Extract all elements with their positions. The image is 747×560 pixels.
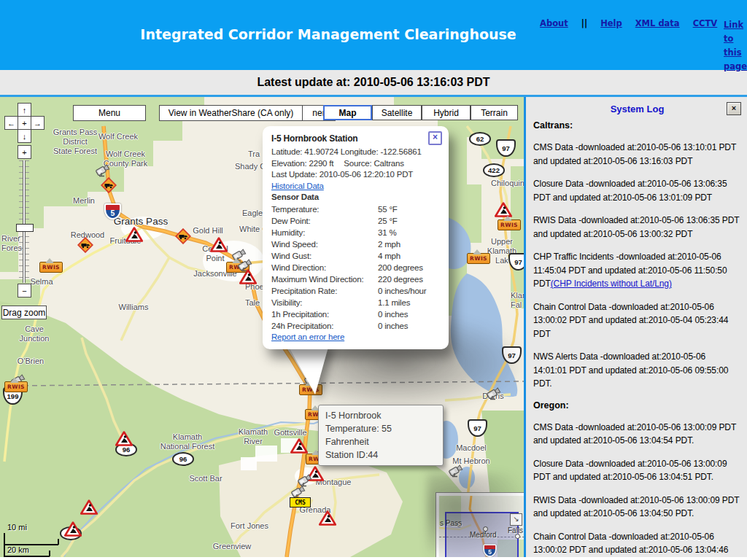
popup-tail	[277, 342, 336, 400]
popup-latlon: Latitude: 41.90724 Longitude: -122.56861	[271, 147, 449, 158]
app-header: Integrated Corridor Management Clearingh…	[0, 0, 747, 70]
log-entry: RWIS Data -downloaded at:2010-05-06 13:0…	[533, 214, 741, 241]
log-entry: CHP Traffic Incidents -downloaded at:201…	[533, 250, 741, 291]
rwis-station-marker[interactable]: RWIS	[4, 381, 28, 392]
incident-marker[interactable]	[80, 499, 98, 518]
map-type-map[interactable]: Map	[323, 105, 372, 120]
log-entry: Closure Data -downloaded at:2010-05-06 1…	[533, 457, 741, 484]
incident-marker[interactable]	[319, 510, 336, 529]
zoom-in-button[interactable]: +	[18, 145, 31, 159]
minimap-label: Falls	[508, 526, 523, 534]
sensor-row: Wind Direction:200 degrees	[271, 262, 449, 273]
rwis-station-marker[interactable]: RWIS	[39, 262, 63, 273]
map-canvas[interactable]: Wolf Creek Grants Pass District State Fo…	[0, 97, 524, 557]
report-error-link[interactable]: Report an error here	[271, 332, 344, 343]
drag-zoom-button[interactable]: Drag zoom	[1, 306, 47, 319]
map-type-hybrid[interactable]: Hybrid	[422, 105, 471, 120]
cctv-link[interactable]: CCTV	[693, 18, 718, 28]
scale-miles: 10 mi	[7, 523, 27, 532]
sensor-row: Wind Speed:2 mph	[271, 238, 449, 250]
sensor-row: Precipitation Rate:0 inches/hour	[271, 285, 449, 297]
chp-incidents-link[interactable]: (CHP Incidents without Lat/Lng)	[551, 279, 672, 289]
system-log-panel: System Log × Caltrans: CMS Data -downloa…	[526, 97, 747, 557]
chain-control-marker[interactable]	[77, 237, 93, 256]
station-hover-tooltip: I-5 Hornbrook Temperature: 55 Fahrenheit…	[318, 405, 444, 466]
route-shield-422: 422	[483, 163, 505, 177]
sensor-row: Visibility:1.1 miles	[271, 297, 449, 308]
map-type-satellite[interactable]: Satellite	[372, 105, 422, 120]
sensor-row: Temperature:55 °F	[271, 203, 449, 215]
log-entry: Chain Control Data -downloaded at:2010-0…	[533, 530, 741, 558]
tooltip-station-id: Station ID:44	[325, 448, 436, 462]
minimap-collapse-icon[interactable]: ↘	[510, 513, 522, 526]
cctv-camera-marker[interactable]	[448, 464, 464, 481]
popup-close-icon[interactable]: ×	[428, 131, 442, 145]
log-entry: CMS Data -downloaded at:2010-05-06 13:10…	[533, 141, 741, 168]
tooltip-temperature: Temperature: 55 Fahrenheit	[325, 422, 436, 448]
log-entry: RWIS Data -downloaded at:2010-05-06 13:0…	[533, 494, 741, 521]
weathershare-button[interactable]: View in WeatherShare (CA only)	[159, 105, 303, 121]
nav-separator: ||	[581, 18, 587, 28]
cms-sign-marker[interactable]: CMS	[290, 497, 311, 508]
sensor-row: 1h Precipitation:0 inches	[271, 308, 449, 320]
pan-left-button[interactable]: ←	[4, 116, 18, 130]
chain-control-marker[interactable]	[101, 177, 117, 196]
incident-marker[interactable]	[239, 269, 257, 287]
scale-km: 20 km	[7, 545, 29, 554]
header-nav: About||HelpXML dataCCTV	[540, 18, 730, 28]
system-log-title: System Log	[533, 101, 741, 114]
chain-control-marker[interactable]	[175, 228, 191, 247]
cctv-camera-marker[interactable]	[486, 387, 502, 403]
menu-button[interactable]: Menu	[73, 105, 146, 121]
log-entry: Chain Control Data -downloaded at:2010-0…	[533, 300, 741, 341]
main-area: Wolf Creek Grants Pass District State Fo…	[0, 97, 747, 557]
pan-center-button[interactable]: +	[18, 116, 31, 130]
sensor-data-header: Sensor Data	[271, 192, 449, 203]
route-shield-96: 96	[172, 452, 194, 466]
zoom-out-button[interactable]: −	[18, 284, 31, 298]
pan-right-button[interactable]: →	[31, 116, 44, 130]
about-link[interactable]: About	[540, 18, 568, 28]
sensor-row: Maximum Wind Direction:220 degrees	[271, 273, 449, 285]
incident-marker[interactable]	[125, 227, 143, 245]
map-scale: 10 mi 20 km	[1, 523, 82, 557]
tooltip-station-name: I-5 Hornbrook	[325, 409, 436, 422]
log-section-oregon: Oregon:	[533, 400, 741, 411]
pan-up-button[interactable]: ↑	[18, 103, 31, 117]
popup-elevation-source: Elevation: 2290 ftSource: Caltrans	[271, 158, 449, 170]
historical-data-link[interactable]: Historical Data	[271, 181, 324, 192]
popup-station-title: I-5 Hornbrook Station	[271, 133, 449, 144]
zoom-slider-track[interactable]	[19, 160, 29, 283]
help-link[interactable]: Help	[600, 18, 622, 28]
map-type-terrain[interactable]: Terrain	[471, 105, 518, 120]
log-entry: NWS Alerts Data -downloaded at:2010-05-0…	[533, 350, 741, 391]
sensor-row: Wind Gust:4 mph	[271, 250, 449, 262]
station-info-popup: × I-5 Hornbrook Station Latitude: 41.907…	[263, 126, 449, 349]
rwis-station-marker[interactable]: RWIS	[498, 219, 521, 230]
incident-marker[interactable]	[115, 431, 133, 449]
popup-last-update: Last Update: 2010-05-06 12:20:10 PDT	[271, 169, 449, 181]
sensor-row: 24h Precipitation:0 inches	[271, 320, 449, 332]
minimap-label: Medford	[470, 531, 497, 539]
pan-down-button[interactable]: ↓	[18, 129, 31, 143]
log-entry: Closure Data -downloaded at:2010-05-06 1…	[533, 177, 741, 204]
latest-update-text: Latest update at: 2010-05-06 13:16:03 PD…	[257, 76, 489, 89]
rwis-station-marker[interactable]: RWIS	[467, 253, 490, 264]
page-title: Integrated Corridor Management Clearingh…	[124, 26, 533, 42]
link-to-this-page[interactable]: Link to this page	[724, 18, 746, 74]
zoom-slider-handle[interactable]	[16, 224, 34, 232]
minimap-town-dot	[515, 534, 520, 539]
route-shield-62: 62	[469, 132, 491, 146]
sensor-row: Humidity:31 %	[271, 227, 449, 238]
overview-minimap[interactable]: s Pass Medford na Falls 5 ↘	[436, 493, 524, 557]
xml-data-link[interactable]: XML data	[635, 18, 680, 28]
system-log-close-icon[interactable]: ×	[727, 102, 741, 115]
icm-clearinghouse-app: { "header": { "title": "Integrated Corri…	[0, 0, 747, 560]
log-entry: CMS Data -downloaded at:2010-05-06 13:00…	[533, 421, 741, 448]
latest-update-bar: Latest update at: 2010-05-06 13:16:03 PD…	[0, 70, 747, 97]
log-section-caltrans: Caltrans:	[533, 120, 741, 131]
minimap-label: s Pass	[440, 519, 462, 527]
sensor-row: Dew Point:25 °F	[271, 215, 449, 227]
incident-marker[interactable]	[210, 237, 228, 255]
